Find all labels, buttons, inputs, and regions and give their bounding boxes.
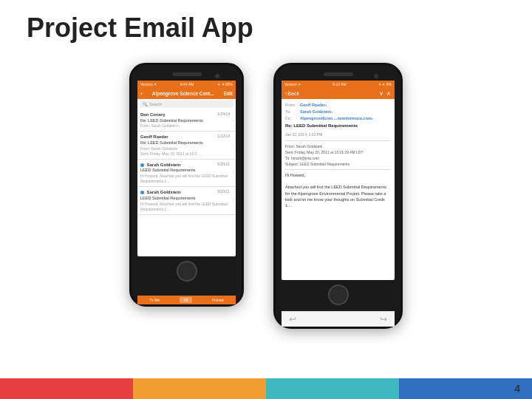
page-title: Project Email App (27, 13, 253, 44)
email-subject: Re: LEED Submittal Requirements (140, 118, 233, 124)
email-date: 5/20/11 (217, 162, 230, 167)
search-placeholder: Search (149, 102, 162, 106)
email-item[interactable]: Dan Conery 1/24/14 Re: LEED Submittal Re… (137, 109, 236, 132)
quoted-header: From: Sarah Goldstein Sent: Friday, May … (285, 143, 391, 167)
email-preview: From: Sarah Goldstei n... (140, 123, 233, 129)
phone-1-nav-bar: ‹ Alpengrove Science Cent... Edit (137, 88, 236, 99)
unread-indicator (140, 163, 144, 167)
chevron-left-icon: ‹ (285, 91, 287, 96)
email-item[interactable]: Geoff Raeder 1/22/14 Re: LEED Submittal … (137, 132, 236, 159)
nav-title: Alpengrove Science Cent... (152, 91, 214, 96)
phone-2-speaker (324, 72, 353, 76)
email-item[interactable]: Sarah Goldstein 5/20/11 LEED Submittal R… (137, 160, 236, 187)
page-number: 4 (514, 383, 520, 395)
email-sender: Sarah Goldstein (147, 190, 181, 194)
email-date: 5/20/11 (217, 189, 230, 194)
phone-1-speaker (172, 72, 202, 76)
email-sender: Geoff Raeder (140, 134, 168, 139)
cc-value: Alpengrove$cien....newdormaca.com› (300, 115, 373, 122)
email-sender: Sarah Goldstein (147, 163, 181, 167)
to-field: To: Sarah Goldstein› (285, 109, 391, 115)
email-preview: From: Sarah GoldsteinSent: Friday, May 2… (140, 146, 233, 157)
quoted-from: From: Sarah Goldstein (285, 143, 391, 149)
phones-area: Verizon ✦ 9:44 AM ✦ ✦ 80% ‹ Alpengrove S… (0, 63, 532, 329)
nav-icons: ∨ ∧ (379, 90, 391, 97)
phone-2-status-bar: Verizon ✦ 9:13 AM ✦ ✦ 8% (282, 81, 395, 88)
status-carrier: Verizon ✦ (140, 82, 157, 86)
chevron-up-icon[interactable]: ∧ (386, 90, 391, 97)
phone-1-camera (215, 74, 219, 78)
email-date: Jan 22, 2014, 2:02 PM (285, 132, 391, 137)
to-label: To: (285, 109, 299, 115)
back-button[interactable]: ‹ Back (285, 91, 299, 96)
divider (285, 140, 391, 141)
chevron-right-icon: › (233, 142, 234, 149)
email-item[interactable]: Sarah Goldstein 5/20/11 LEED Submittal R… (137, 187, 236, 214)
status-battery: ✦ ✦ 8% (378, 82, 392, 86)
back-label: Back (287, 91, 299, 96)
search-icon: 🔍 (143, 102, 148, 106)
phone-1: Verizon ✦ 9:44 AM ✦ ✦ 80% ‹ Alpengrove S… (129, 63, 244, 307)
chevron-right-icon: › (233, 197, 234, 204)
divider-2 (285, 169, 391, 170)
edit-button[interactable]: Edit (224, 91, 233, 96)
email-subject: LEED Submittal Requirements (140, 196, 233, 202)
quoted-subject: Subject: LEED Submittal Requirements (285, 161, 391, 167)
email-sender: Dan Conery (140, 112, 166, 117)
quoted-sent: Sent: Friday, May 20, 2011 at 10:21:29 A… (285, 149, 391, 155)
phone-1-screen: Verizon ✦ 9:44 AM ✦ ✦ 80% ‹ Alpengrove S… (137, 81, 236, 256)
quoted-to: To: hmark@jma.com (285, 155, 391, 161)
phone-2-screen: Verizon ✦ 9:13 AM ✦ ✦ 8% ‹ Back ∨ ∧ From… (282, 81, 395, 280)
phone-2-camera (374, 74, 378, 78)
email-date: 1/22/14 (217, 134, 230, 139)
from-value: Geoff Raeder› (300, 102, 327, 109)
email-preview: Hi Howard, Attached you will find the LE… (140, 174, 233, 184)
email-date: 1/24/14 (217, 112, 230, 117)
bottom-bar-red (0, 378, 133, 399)
email-subject: Re: LEED Submittal Requirements (285, 123, 391, 130)
bottom-bar-orange (133, 378, 266, 399)
search-bar[interactable]: 🔍 Search (140, 100, 233, 108)
phone-1-home-button[interactable] (177, 261, 197, 282)
status-battery: ✦ ✦ 80% (217, 82, 233, 86)
status-carrier: Verizon ✦ (284, 82, 301, 86)
bottom-bar-teal (266, 378, 399, 399)
bottom-bar (0, 378, 532, 399)
body-content: Attached you will find the LEED Submitta… (285, 184, 391, 208)
cc-field: Cc: Alpengrove$cien....newdormaca.com› (285, 115, 391, 122)
body-greeting: Hi Howard, (285, 172, 391, 178)
chevron-right-icon: › (233, 117, 234, 124)
phone-2: Verizon ✦ 9:13 AM ✦ ✦ 8% ‹ Back ∨ ∧ From… (273, 63, 403, 329)
bottom-bar-blue (399, 378, 532, 399)
phone-2-home-button[interactable] (328, 284, 349, 305)
to-value: Sarah Goldstein› (300, 109, 332, 115)
chevron-right-icon: › (233, 169, 234, 177)
phone-2-nav-bar: ‹ Back ∨ ∧ (282, 88, 395, 99)
status-time: 9:13 AM (332, 82, 346, 86)
email-subject: Re: LEED Submittal Requirements (140, 140, 233, 146)
from-field: From: Geoff Raeder› (285, 102, 391, 109)
cc-label: Cc: (285, 115, 299, 122)
email-subject: LEED Submittal Requirements (140, 168, 233, 174)
chevron-down-icon[interactable]: ∨ (379, 90, 383, 97)
email-detail: From: Geoff Raeder› To: Sarah Goldstein›… (282, 99, 395, 211)
back-arrow-icon[interactable]: ‹ (140, 90, 143, 97)
email-preview: Hi Howard, Attached you will find the LE… (140, 202, 233, 212)
from-label: From: (285, 102, 299, 109)
unread-indicator (140, 191, 144, 194)
status-time: 9:44 AM (180, 82, 194, 86)
phone-1-status-bar: Verizon ✦ 9:44 AM ✦ ✦ 80% (137, 81, 236, 88)
email-body: Hi Howard, Attached you will find the LE… (285, 172, 391, 209)
email-list: Dan Conery 1/24/14 Re: LEED Submittal Re… (137, 109, 236, 215)
